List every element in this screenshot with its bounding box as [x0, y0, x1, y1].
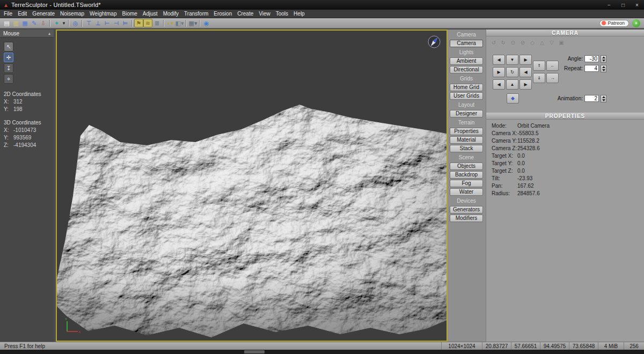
drop-tool-button[interactable]: ↧ [4, 63, 13, 73]
menu-item-tools[interactable]: Tools [273, 10, 291, 18]
camera-preset-icon[interactable]: ▽ [547, 39, 556, 46]
tool-button-ambient[interactable]: Ambient [450, 57, 483, 65]
tool-button-stack[interactable]: Stack [450, 145, 483, 152]
repeat-field: Repeat: [564, 64, 606, 72]
app-badge-icon[interactable]: ✳ [632, 19, 640, 27]
camera-preset-icon[interactable]: ◇ [528, 39, 537, 46]
move-right-button[interactable]: → [546, 73, 559, 83]
target-tool-button[interactable]: ⌖ [4, 74, 13, 84]
menu-item-weightmap[interactable]: Weightmap [87, 10, 119, 18]
display-menu-icon[interactable]: ◧▾ [175, 19, 184, 27]
tilt-up-button[interactable]: ▲ [506, 79, 518, 90]
pan-tool-button[interactable]: ✛ [4, 53, 13, 62]
camera-preset-icon[interactable]: ↻ [499, 39, 508, 46]
menu-item-adjust[interactable]: Adjust [140, 10, 160, 18]
noisemap-tool-icon[interactable]: ≋ [143, 19, 152, 27]
level-right-tool-icon[interactable]: ⊣ [112, 19, 121, 27]
tool-button-properties[interactable]: Properties [450, 128, 483, 135]
tool-button-generators[interactable]: Generators [450, 206, 483, 213]
tilt-down-button[interactable]: ▼ [506, 55, 518, 65]
stack-tool-icon[interactable]: ≣ [152, 19, 162, 27]
tool-button-backdrop[interactable]: Backdrop [450, 171, 483, 179]
angle-spinner[interactable] [601, 55, 606, 63]
menu-item-help[interactable]: Help [291, 10, 308, 18]
menu-item-edit[interactable]: Edit [15, 10, 30, 18]
pan-right-button[interactable]: ▶ [493, 67, 505, 77]
tool-button-water[interactable]: Water [450, 188, 483, 196]
tool-button-designer[interactable]: Designer [450, 110, 483, 117]
coord-label: Z: [4, 142, 13, 148]
roll-right-button[interactable]: ▶ [519, 79, 532, 90]
flatten-tool-icon[interactable]: ⊤ [84, 19, 93, 27]
menu-item-create[interactable]: Create [235, 10, 256, 18]
minimize-button[interactable]: − [602, 0, 616, 10]
spin-down-icon[interactable] [601, 69, 606, 72]
level-left-tool-icon[interactable]: ⊢ [103, 19, 112, 27]
picker-icon[interactable]: ◎ [71, 19, 80, 27]
tool-button-directional[interactable]: Directional [450, 66, 483, 73]
menu-item-erosion[interactable]: Erosion [211, 10, 235, 18]
bottom-scrollbar[interactable] [0, 350, 644, 354]
terresculptor-window: ▲ TerreSculptor - Untitled.TSworld* − □ … [0, 0, 644, 354]
orbit-right-button[interactable]: ▶ [519, 55, 532, 65]
viewport-3d[interactable]: Y X [56, 30, 448, 342]
tool-button-fog[interactable]: Fog [450, 180, 483, 187]
save-file-icon[interactable]: ▦ [20, 19, 30, 27]
zoom-out-button[interactable]: ⇓ [533, 73, 545, 83]
status-help-text: Press F1 for help [0, 343, 45, 349]
repeat-spinner[interactable] [601, 65, 606, 72]
roll-left-button[interactable]: ◀ [493, 79, 505, 90]
tool-button-objects[interactable]: Objects [450, 163, 483, 170]
tool-button-camera[interactable]: Camera [450, 40, 483, 47]
raise-tool-icon[interactable]: ⊥ [93, 19, 103, 27]
menu-item-noisemap[interactable]: Noisemap [57, 10, 87, 18]
weightmap-tool-icon[interactable]: ⚑ [134, 19, 143, 27]
angle-input[interactable] [584, 55, 599, 62]
light-menu-icon[interactable]: ◐▾ [166, 19, 175, 27]
spin-down-icon[interactable] [601, 99, 606, 102]
export-icon[interactable]: ⇩ [39, 19, 48, 27]
globe-view-icon[interactable]: ◉ [202, 19, 211, 27]
snapshot-icon[interactable]: ✦ [52, 19, 61, 27]
animation-input[interactable] [584, 95, 599, 102]
tool-button-material[interactable]: Material [450, 136, 483, 144]
tool-button-modifiers[interactable]: Modifiers [450, 215, 483, 222]
mouse-panel-header[interactable]: Mouse ▴ [0, 30, 54, 38]
collapse-icon[interactable]: ▴ [48, 31, 50, 36]
smooth-tool-icon[interactable]: ⊨ [121, 19, 130, 27]
close-button[interactable]: × [630, 0, 644, 10]
tool-button-user-grids[interactable]: User Grids [450, 92, 483, 100]
camera-preset-icon[interactable]: ⊘ [518, 39, 527, 46]
menu-item-biome[interactable]: Biome [120, 10, 140, 18]
menu-item-view[interactable]: View [256, 10, 273, 18]
select-tool-button[interactable]: ↖ [4, 42, 13, 51]
open-file-icon[interactable]: ▥ [11, 19, 20, 27]
menu-item-generate[interactable]: Generate [30, 10, 57, 18]
tool-dropdown-icon[interactable]: ▾ [61, 19, 67, 27]
property-row: Camera Z:254328.6 [486, 144, 644, 152]
menu-item-file[interactable]: File [1, 10, 15, 18]
camera-preset-icon[interactable]: △ [538, 39, 546, 46]
camera-home-button[interactable]: ◆ [507, 93, 519, 104]
rotate-cw-button[interactable]: ↻ [506, 67, 518, 77]
spin-down-icon[interactable] [601, 59, 606, 62]
orbit-left-button[interactable]: ◀ [493, 55, 505, 65]
maximize-button[interactable]: □ [616, 0, 630, 10]
menu-item-transform[interactable]: Transform [181, 10, 211, 18]
move-left-button[interactable]: ← [546, 61, 559, 71]
camera-preset-icon[interactable]: ▣ [557, 39, 566, 46]
grid-menu-icon[interactable]: ▦▾ [188, 19, 197, 27]
tool-button-home-grid[interactable]: Home Grid [450, 84, 483, 91]
pan-left-button[interactable]: ◀ [519, 67, 532, 77]
camera-preset-icon[interactable]: ↺ [489, 39, 498, 46]
camera-preset-icon[interactable]: ⊙ [509, 39, 517, 46]
patreon-badge[interactable]: Patreon [599, 20, 629, 27]
animation-spinner[interactable] [601, 95, 606, 102]
zoom-in-button[interactable]: ⇑ [533, 61, 545, 71]
new-file-icon[interactable]: ▤ [2, 19, 11, 27]
scrollbar-thumb[interactable] [244, 350, 265, 353]
menu-item-modify[interactable]: Modify [160, 10, 181, 18]
save-as-icon[interactable]: ✎ [30, 19, 39, 27]
repeat-input[interactable] [584, 65, 599, 72]
compass-gizmo[interactable] [427, 35, 441, 49]
